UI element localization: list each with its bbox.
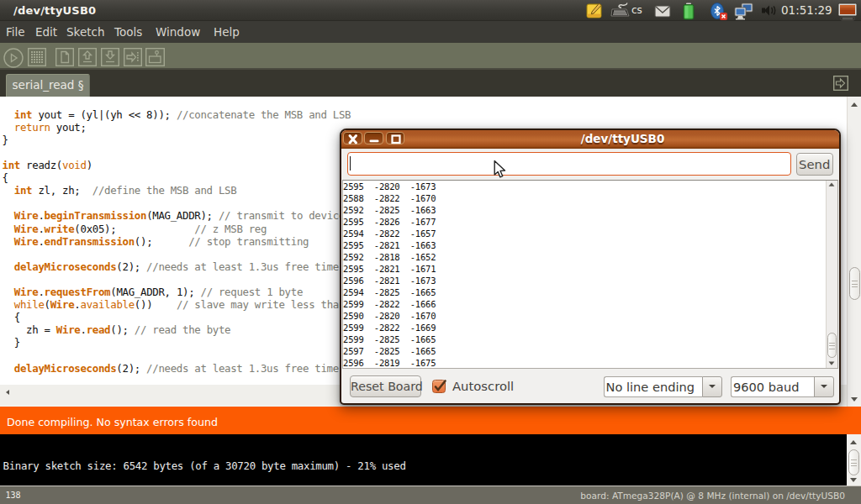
stop-button[interactable] <box>28 48 46 66</box>
maximize-button[interactable] <box>386 132 405 145</box>
screen: /dev/ttyUSB0 cs <box>0 0 861 504</box>
verify-button[interactable] <box>3 48 24 68</box>
bluetooth-icon[interactable] <box>710 3 728 20</box>
menu-window[interactable]: Window <box>156 25 200 39</box>
close-button[interactable] <box>343 132 362 145</box>
grip-line <box>852 286 858 287</box>
note-icon[interactable] <box>586 3 604 19</box>
menu-sketch[interactable]: Sketch <box>66 25 104 39</box>
scroll-down-icon[interactable] <box>829 361 835 365</box>
top-panel: /dev/ttyUSB0 cs <box>0 0 861 21</box>
grip-line <box>851 465 857 466</box>
scroll-down-icon[interactable] <box>850 478 857 482</box>
tab-serial-read[interactable]: serial_read § <box>6 74 90 97</box>
chevron-down-icon <box>821 385 827 388</box>
grip-line <box>852 284 858 285</box>
menu-file[interactable]: File <box>6 25 25 39</box>
keyboard-layout-icon[interactable] <box>610 3 631 19</box>
text-caret <box>350 156 351 171</box>
menu-tools[interactable]: Tools <box>114 25 142 39</box>
statusbar-line-number: 138 <box>6 491 21 500</box>
serial-scrollbar[interactable] <box>826 181 837 369</box>
serial-monitor-button[interactable] <box>145 48 165 66</box>
serial-input-field[interactable] <box>347 152 791 176</box>
tabbar: serial_read § <box>0 68 861 97</box>
baud-dropdown-button[interactable] <box>814 376 834 398</box>
menu-help[interactable]: Help <box>214 25 240 39</box>
chevron-down-icon <box>709 385 716 388</box>
autoscroll-checkbox[interactable] <box>432 380 446 393</box>
statusbar-board-info: board: ATmega328P(A) @ 8 MHz (internal) … <box>580 491 845 501</box>
menubar: FileEditSketchToolsWindowHelp <box>0 21 861 43</box>
keyboard-layout-label[interactable]: cs <box>631 4 642 16</box>
grip-line <box>852 281 858 281</box>
minimize-button[interactable] <box>364 132 383 145</box>
editor-vertical-scrollbar[interactable] <box>847 97 861 407</box>
network-icon[interactable] <box>734 3 754 20</box>
volume-icon[interactable] <box>761 3 776 18</box>
console: Binary sketch size: 6542 bytes (of a 307… <box>0 434 861 486</box>
window-title: /dev/ttyUSB0 <box>13 4 96 17</box>
console-vertical-scrollbar[interactable] <box>847 434 861 486</box>
serial-output-area[interactable]: 2595 -2820 -1673 2588 -2822 -1670 2592 -… <box>342 180 838 370</box>
mail-icon[interactable] <box>654 3 671 19</box>
save-button[interactable] <box>101 48 119 66</box>
clock[interactable]: 01:51:29 <box>781 3 832 17</box>
autoscroll-label[interactable]: Autoscroll <box>452 379 514 393</box>
statusbar: 138 board: ATmega328P(A) @ 8 MHz (intern… <box>0 486 861 504</box>
serial-monitor-title: /dev/ttyUSB0 <box>407 132 839 145</box>
menu-edit[interactable]: Edit <box>35 25 57 39</box>
scroll-down-icon[interactable] <box>851 397 858 402</box>
grip-line <box>851 459 857 460</box>
grip-line <box>829 343 835 344</box>
upload-button[interactable] <box>124 48 142 66</box>
scroll-up-icon[interactable] <box>829 182 835 186</box>
grip-line <box>829 349 835 349</box>
battery-icon[interactable] <box>681 3 696 20</box>
display-icon[interactable] <box>837 3 858 21</box>
open-button[interactable] <box>78 48 97 66</box>
compile-status-bar: Done compiling. No syntax errors found <box>0 407 861 434</box>
editor-scrollbar-thumb[interactable] <box>849 267 860 300</box>
console-text: Binary sketch size: 6542 bytes (of a 307… <box>3 459 406 472</box>
new-sketch-button[interactable] <box>55 48 74 66</box>
reset-board-button[interactable]: Reset Board <box>350 375 421 397</box>
scroll-left-icon[interactable] <box>6 390 9 395</box>
scroll-up-icon[interactable] <box>850 440 857 444</box>
grip-line <box>851 463 857 464</box>
serial-output-text: 2595 -2820 -1673 2588 -2822 -1670 2592 -… <box>343 181 436 369</box>
scroll-up-icon[interactable] <box>851 102 858 107</box>
tab-menu-button[interactable] <box>833 76 848 91</box>
compile-status-text: Done compiling. No syntax errors found <box>7 416 218 428</box>
toolbar <box>0 43 861 68</box>
serial-scrollbar-thumb[interactable] <box>827 333 837 358</box>
grip-line <box>829 345 835 346</box>
console-scrollbar-thumb[interactable] <box>848 449 859 475</box>
serial-monitor-titlebar[interactable]: /dev/ttyUSB0 <box>341 130 839 150</box>
line-ending-select[interactable]: No line ending <box>604 376 703 398</box>
mouse-cursor <box>493 160 507 179</box>
serial-monitor-window: /dev/ttyUSB0 Send 2595 -2820 -1673 2588 … <box>340 129 841 405</box>
baud-rate-select[interactable]: 9600 baud <box>731 376 815 398</box>
check-icon <box>432 377 449 394</box>
line-ending-dropdown-button[interactable] <box>702 376 722 398</box>
send-button[interactable]: Send <box>796 153 834 176</box>
